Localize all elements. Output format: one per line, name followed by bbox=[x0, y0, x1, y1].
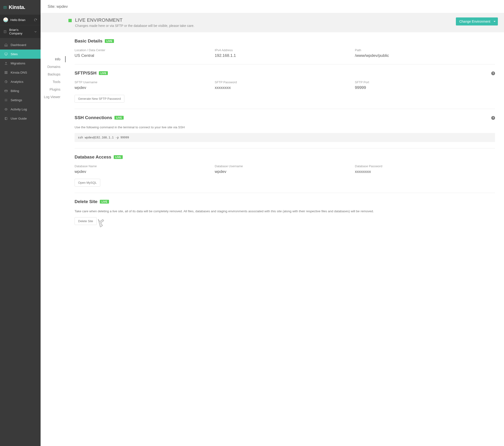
topbar: Site: wpdev bbox=[41, 0, 504, 13]
label-ipv4: IPv4 Address bbox=[215, 48, 355, 52]
sidebar-item-label: Settings bbox=[11, 98, 22, 102]
sidebar: Kinsta. Hello Brian Brian's Company Dash… bbox=[0, 0, 41, 446]
sidebar-item-user-guide[interactable]: User Guide bbox=[0, 114, 41, 123]
help-icon[interactable]: ? bbox=[491, 71, 495, 75]
value-path: /www/wpdev/public bbox=[355, 53, 495, 58]
label-db-name: Database Name bbox=[74, 164, 215, 168]
sidebar-item-kinsta-dns[interactable]: Kinsta DNS bbox=[0, 68, 41, 77]
value-ipv4: 192.168.1.1 bbox=[215, 53, 355, 58]
subnav-item-info[interactable]: Info bbox=[41, 55, 66, 63]
eye-icon bbox=[4, 107, 8, 111]
content: Basic Details LIVE Location / Data Cente… bbox=[66, 32, 504, 249]
sidebar-item-label: User Guide bbox=[11, 117, 27, 120]
book-icon bbox=[4, 117, 8, 120]
label-path: Path bbox=[355, 48, 495, 52]
value-sftp-port: 99999 bbox=[355, 85, 495, 90]
generate-sftp-password-button[interactable]: Generate New SFTP Password bbox=[74, 95, 124, 103]
page-title: Site: wpdev bbox=[48, 4, 68, 8]
label-sftp-username: SFTP Username bbox=[74, 80, 215, 84]
refresh-icon[interactable] bbox=[34, 18, 37, 22]
svg-rect-7 bbox=[5, 32, 6, 32]
svg-point-21 bbox=[6, 109, 7, 110]
subnav-item-log-viewer[interactable]: Log Viewer bbox=[41, 93, 66, 101]
delete-description: Take care when deleting a live site, all… bbox=[74, 209, 495, 214]
site-subnav: InfoDomainsBackupsToolsPluginsLog Viewer bbox=[41, 32, 66, 249]
section-title-sftp: SFTP/SSH bbox=[74, 70, 96, 76]
section-sftp-ssh: ? SFTP/SSH LIVE SFTP Username wpdev SFTP… bbox=[74, 70, 495, 109]
section-database-access: Database Access LIVE Database Name wpdev… bbox=[74, 154, 495, 193]
section-title-db: Database Access bbox=[74, 154, 111, 160]
live-badge: LIVE bbox=[100, 200, 109, 204]
card-icon bbox=[4, 89, 8, 93]
ssh-description: Use the following command in the termina… bbox=[74, 125, 495, 130]
sidebar-item-label: Sites bbox=[11, 52, 18, 56]
building-icon bbox=[3, 30, 7, 34]
ssh-command[interactable]: ssh wpdev@192.168.1.1 -p 99999 bbox=[74, 133, 495, 142]
svg-rect-18 bbox=[5, 90, 7, 92]
environment-strip: LIVE ENVIRONMENT Changes made here or vi… bbox=[41, 13, 504, 32]
company-name: Brian's Company bbox=[9, 28, 29, 35]
sidebar-item-label: Activity Log bbox=[11, 107, 27, 111]
section-title-basic: Basic Details bbox=[74, 38, 102, 44]
label-location: Location / Data Center bbox=[74, 48, 215, 52]
svg-rect-8 bbox=[5, 53, 7, 55]
svg-rect-13 bbox=[5, 71, 6, 72]
sidebar-item-activity-log[interactable]: Activity Log bbox=[0, 105, 41, 114]
label-sftp-password: SFTP Password bbox=[215, 80, 355, 84]
live-badge: LIVE bbox=[105, 39, 114, 43]
label-sftp-port: SFTP Port bbox=[355, 80, 495, 84]
sidebar-item-sites[interactable]: Sites bbox=[0, 50, 41, 59]
avatar bbox=[3, 17, 8, 22]
sidebar-item-analytics[interactable]: Analytics bbox=[0, 77, 41, 86]
svg-rect-22 bbox=[5, 118, 7, 120]
brand-icon bbox=[3, 6, 7, 9]
delete-site-button[interactable]: Delete Site bbox=[74, 217, 97, 225]
sidebar-item-settings[interactable]: Settings bbox=[0, 96, 41, 105]
subnav-item-domains[interactable]: Domains bbox=[41, 63, 66, 70]
svg-rect-5 bbox=[5, 31, 6, 31]
svg-rect-14 bbox=[6, 71, 7, 72]
value-sftp-password: xxxxxxxx bbox=[215, 85, 355, 90]
environment-title: LIVE ENVIRONMENT bbox=[75, 17, 195, 23]
value-db-name: wpdev bbox=[74, 169, 215, 174]
sidebar-nav: DashboardSitesMigrationsKinsta DNSAnalyt… bbox=[0, 38, 41, 123]
subnav-item-backups[interactable]: Backups bbox=[41, 70, 66, 78]
environment-subtitle: Changes made here or via SFTP or the dat… bbox=[75, 24, 195, 28]
subnav-item-tools[interactable]: Tools bbox=[41, 78, 66, 86]
home-icon bbox=[4, 43, 8, 47]
pie-icon bbox=[4, 80, 8, 84]
svg-rect-16 bbox=[6, 73, 7, 74]
sidebar-item-billing[interactable]: Billing bbox=[0, 86, 41, 96]
change-environment-button[interactable]: Change Environment bbox=[456, 17, 498, 25]
sidebar-item-migrations[interactable]: Migrations bbox=[0, 59, 41, 68]
chevron-down-icon[interactable] bbox=[34, 30, 37, 34]
live-badge: LIVE bbox=[114, 155, 123, 159]
monitor-icon bbox=[4, 52, 8, 56]
label-db-password: Database Password bbox=[355, 164, 495, 168]
company-block[interactable]: Brian's Company bbox=[0, 25, 41, 38]
section-title-ssh: SSH Connections bbox=[74, 115, 112, 120]
sidebar-item-label: Kinsta DNS bbox=[11, 71, 27, 74]
section-ssh-connections: ? SSH Connections LIVE Use the following… bbox=[74, 115, 495, 148]
cursor-arrow-icon bbox=[95, 217, 105, 227]
live-indicator-square bbox=[69, 19, 72, 22]
section-delete-site: Delete Site LIVE Take care when deleting… bbox=[74, 199, 495, 231]
brand-name: Kinsta. bbox=[9, 4, 25, 10]
help-icon[interactable]: ? bbox=[491, 116, 495, 120]
grid-icon bbox=[4, 71, 8, 74]
user-greeting: Hello Brian bbox=[10, 18, 25, 22]
sidebar-item-dashboard[interactable]: Dashboard bbox=[0, 40, 41, 50]
value-sftp-username: wpdev bbox=[74, 85, 215, 90]
subnav-item-plugins[interactable]: Plugins bbox=[41, 86, 66, 93]
sidebar-item-label: Migrations bbox=[11, 62, 25, 65]
svg-rect-15 bbox=[5, 73, 6, 74]
section-title-delete: Delete Site bbox=[74, 199, 97, 204]
brand-logo[interactable]: Kinsta. bbox=[0, 0, 41, 15]
open-mysql-button[interactable]: Open MySQL bbox=[74, 179, 100, 187]
live-badge: LIVE bbox=[99, 71, 108, 75]
value-location: US Central bbox=[74, 53, 215, 58]
user-block[interactable]: Hello Brian bbox=[0, 15, 41, 25]
sidebar-item-label: Analytics bbox=[11, 80, 23, 84]
svg-point-20 bbox=[6, 100, 7, 101]
value-db-username: wpdev bbox=[215, 169, 355, 174]
